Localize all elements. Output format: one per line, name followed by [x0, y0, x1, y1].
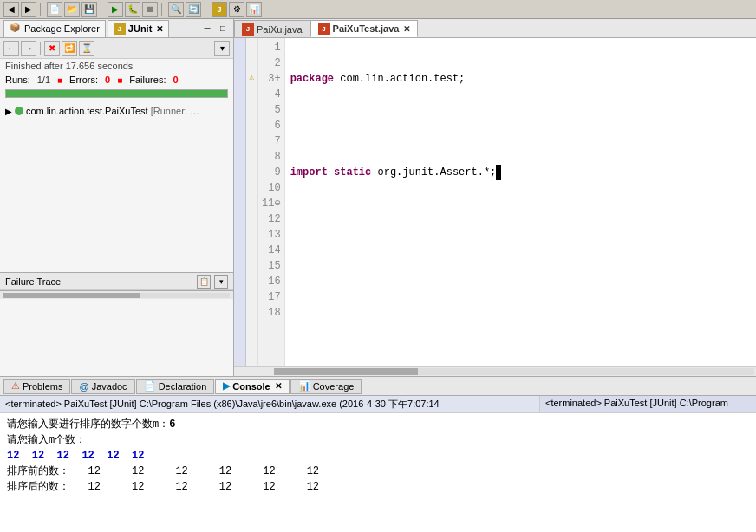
- tab-junit-label: JUnit: [128, 23, 153, 34]
- tab-paixu-java-label: PaiXu.java: [257, 24, 303, 35]
- tree-item-paixutest[interactable]: ▶ com.lin.action.test.PaiXuTest [Runner:…: [3, 104, 230, 118]
- line-num-9: 9: [262, 165, 281, 180]
- console-nums-row: 12 12 12 12 12 12: [7, 450, 144, 462]
- failure-trace-header: Failure Trace 📋 ▾: [0, 273, 233, 290]
- console-output[interactable]: 请您输入要进行排序的数字个数m：6 请您输入m个数： 12 12 12 12 1…: [0, 413, 756, 532]
- toolbar-search[interactable]: 🔍: [168, 2, 184, 17]
- line-num-3: 3+: [262, 71, 281, 87]
- toolbar-open[interactable]: 📂: [64, 2, 80, 17]
- errors-icon: ■: [57, 75, 62, 85]
- console-header-text: <terminated> PaiXuTest [JUnit] C:\Progra…: [5, 399, 440, 409]
- marker-13: [246, 225, 257, 241]
- line-num-10: 10: [262, 180, 281, 196]
- junit-progress-container: [5, 89, 228, 98]
- tab-junit[interactable]: J JUnit ✕: [108, 20, 170, 37]
- toolbar-junit[interactable]: J: [212, 2, 227, 17]
- code-line-4: [290, 211, 751, 227]
- toolbar-sep-4: [205, 3, 208, 16]
- tab-declaration-label: Declaration: [159, 381, 207, 392]
- paixutest-tab-close[interactable]: ✕: [403, 24, 410, 34]
- marker-6: [246, 116, 257, 132]
- coverage-icon: 📊: [298, 380, 310, 392]
- runs-value: 1/1: [37, 75, 50, 85]
- declaration-icon: 📄: [144, 380, 156, 392]
- junit-view-menu[interactable]: ▾: [214, 41, 230, 56]
- line1-text: com.lin.action.test;: [334, 71, 465, 87]
- line-num-2: 2: [262, 55, 281, 71]
- line-num-12: 12: [262, 211, 281, 227]
- junit-next-btn[interactable]: →: [21, 41, 36, 56]
- marker-14: [246, 241, 257, 256]
- editor-hscroll-track: [274, 368, 754, 375]
- console-line-2: 请您输入m个数：: [7, 432, 749, 448]
- toolbar-sep-1: [40, 3, 43, 16]
- console-content: <terminated> PaiXuTest [JUnit] C:\Progra…: [0, 396, 756, 532]
- tab-console[interactable]: ▶ Console ✕: [215, 379, 289, 394]
- toolbar-run[interactable]: ▶: [108, 2, 123, 17]
- main-container: 📦 Package Explorer J JUnit ✕ ─ □ ← → ✖ 🔁: [0, 19, 756, 532]
- junit-refresh-btn[interactable]: 🔁: [62, 41, 77, 56]
- junit-status-text: Finished after 17.656 seconds: [5, 61, 133, 71]
- tab-declaration[interactable]: 📄 Declaration: [136, 379, 215, 394]
- failure-trace-hscroll[interactable]: [0, 290, 233, 299]
- junit-prev-btn[interactable]: ←: [3, 41, 19, 56]
- editor-tab-bar: J PaiXu.java J PaiXuTest.java ✕: [234, 19, 756, 38]
- left-panel: 📦 Package Explorer J JUnit ✕ ─ □ ← → ✖ 🔁: [0, 19, 234, 376]
- tab-javadoc[interactable]: @ Javadoc: [71, 379, 134, 394]
- junit-green-status: [15, 107, 23, 115]
- junit-tab-close[interactable]: ✕: [156, 24, 163, 34]
- marker-1: [246, 38, 257, 54]
- tab-coverage-label: Coverage: [313, 381, 355, 392]
- runs-label: Runs:: [5, 75, 30, 85]
- hscroll-thumb: [3, 293, 140, 298]
- toolbar-forward[interactable]: ▶: [21, 2, 36, 17]
- errors-label: Errors:: [69, 75, 98, 85]
- tree-expand-icon: ▶: [5, 107, 12, 116]
- tab-package-explorer[interactable]: 📦 Package Explorer: [3, 20, 106, 37]
- code-lines-container: ⚠: [234, 38, 756, 366]
- toolbar-sep-2: [101, 3, 104, 16]
- marker-7: [246, 132, 257, 147]
- tab-console-label: Console: [232, 381, 270, 392]
- line-num-13: 13: [262, 227, 281, 243]
- left-panel-maximize[interactable]: □: [216, 22, 230, 36]
- console-tab-close[interactable]: ✕: [275, 381, 282, 391]
- tab-coverage[interactable]: 📊 Coverage: [290, 379, 362, 394]
- toolbar-save[interactable]: 💾: [81, 2, 97, 17]
- toolbar-debug[interactable]: 🐛: [125, 2, 140, 17]
- code-content[interactable]: package com.lin.action.test; import stat…: [285, 38, 756, 366]
- toolbar-stop[interactable]: ⏹: [142, 2, 158, 17]
- junit-toolbar-sep: [40, 42, 41, 55]
- bottom-tab-bar: ⚠ Problems @ Javadoc 📄 Declaration ▶ Con…: [0, 377, 756, 396]
- line-num-8: 8: [262, 149, 281, 165]
- left-panel-minimize[interactable]: ─: [200, 22, 214, 36]
- toolbar-refresh[interactable]: 🔄: [186, 2, 201, 17]
- editor-hscroll[interactable]: [234, 366, 756, 376]
- failure-trace-btn1[interactable]: 📋: [197, 275, 211, 289]
- toolbar-extra2[interactable]: 📊: [246, 2, 262, 17]
- toolbar-extra1[interactable]: ⚙: [229, 2, 244, 17]
- tab-javadoc-label: Javadoc: [92, 381, 127, 392]
- line-num-11: 11⊖: [262, 196, 281, 211]
- junit-status: Finished after 17.656 seconds: [0, 59, 233, 73]
- failures-label: Failures:: [129, 75, 166, 85]
- line3-text: org.junit.Assert.*;: [371, 165, 496, 180]
- failure-trace-actions: 📋 ▾: [197, 275, 228, 289]
- junit-errors-btn[interactable]: ✖: [44, 41, 60, 56]
- toolbar-back[interactable]: ◀: [3, 2, 19, 17]
- line-num-4: 4: [262, 87, 281, 102]
- failure-trace-btn2[interactable]: ▾: [214, 275, 228, 289]
- errors-value: 0: [105, 75, 110, 85]
- marker-9: [246, 163, 257, 178]
- tab-paixu-java[interactable]: J PaiXu.java: [234, 20, 310, 37]
- code-line-5: [290, 258, 751, 274]
- paixutest-java-icon: J: [318, 23, 330, 35]
- code-editor[interactable]: ⚠: [234, 38, 756, 376]
- tab-paixutest-java[interactable]: J PaiXuTest.java ✕: [310, 20, 419, 37]
- package-explorer-icon: 📦: [10, 23, 22, 35]
- toolbar-new[interactable]: 📄: [47, 2, 62, 17]
- junit-history-btn[interactable]: ⌛: [79, 41, 94, 56]
- tree-item-label: com.lin.action.test.PaiXuTest [Runner: …: [26, 106, 199, 116]
- line-num-16: 16: [262, 274, 281, 289]
- tab-problems[interactable]: ⚠ Problems: [3, 379, 70, 394]
